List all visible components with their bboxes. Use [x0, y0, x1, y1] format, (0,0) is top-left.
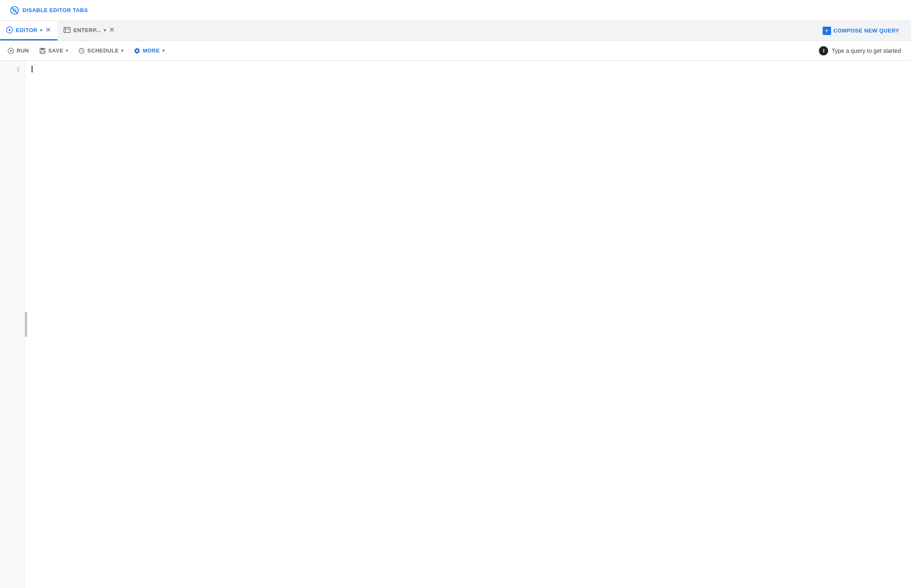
line-number-1: 1: [17, 66, 20, 74]
schedule-button[interactable]: SCHEDULE ▾: [74, 45, 128, 57]
line-numbers-gutter: 1: [0, 61, 25, 588]
tab-editor[interactable]: EDITOR ▾ ✕: [0, 21, 57, 40]
tabs-list: EDITOR ▾ ✕ ENTERP... ▾ ✕: [0, 21, 811, 40]
toolbar-info: i Type a query to get started: [819, 46, 908, 55]
disable-editor-tabs-label: DISABLE EDITOR TABS: [22, 7, 88, 13]
code-editor[interactable]: [25, 61, 911, 588]
more-label: MORE: [143, 47, 160, 54]
vertical-scrollbar[interactable]: [25, 312, 27, 337]
save-icon: [39, 47, 46, 54]
info-icon: i: [819, 46, 828, 55]
compose-new-query-button[interactable]: + COMPOSE NEW QUERY: [818, 23, 904, 38]
editor-area: 1: [0, 61, 911, 588]
toolbar-actions: RUN SAVE ▾ SCHEDULE ▾: [3, 45, 819, 57]
svg-line-1: [12, 7, 18, 13]
disable-editor-tabs-button[interactable]: DISABLE EDITOR TABS: [7, 4, 91, 17]
svg-marker-9: [10, 50, 12, 52]
run-label: RUN: [17, 47, 29, 54]
editor-tab-icon: [6, 26, 13, 34]
svg-point-4: [9, 29, 11, 31]
gear-icon: [134, 47, 140, 54]
disable-icon: [10, 6, 19, 15]
info-message: i Type a query to get started: [819, 46, 901, 55]
toolbar: RUN SAVE ▾ SCHEDULE ▾: [0, 41, 911, 61]
tabs-right: + COMPOSE NEW QUERY: [811, 21, 911, 40]
tabs-bar: EDITOR ▾ ✕ ENTERP... ▾ ✕ + COMPOSE NEW Q…: [0, 21, 911, 41]
text-cursor: [32, 66, 32, 72]
svg-rect-12: [41, 51, 44, 53]
tab-enterprise-label: ENTERP...: [73, 27, 101, 33]
info-message-text: Type a query to get started: [831, 47, 901, 54]
save-label: SAVE: [48, 47, 63, 54]
run-button[interactable]: RUN: [3, 45, 33, 57]
schedule-arrow-icon: ▾: [121, 48, 124, 53]
save-button[interactable]: SAVE ▾: [35, 45, 72, 57]
tab-editor-label: EDITOR: [16, 27, 37, 33]
schedule-icon: [78, 47, 85, 54]
run-icon: [7, 47, 14, 54]
compose-plus-icon: +: [823, 27, 831, 35]
schedule-label: SCHEDULE: [87, 47, 119, 54]
more-button[interactable]: MORE ▾: [130, 45, 169, 57]
more-arrow-icon: ▾: [162, 48, 165, 53]
tab-enterprise[interactable]: ENTERP... ▾ ✕: [57, 21, 121, 40]
svg-line-15: [82, 51, 83, 51]
tab-enterprise-arrow-icon: ▾: [104, 28, 106, 32]
svg-rect-5: [64, 27, 70, 32]
svg-rect-11: [41, 48, 44, 50]
save-arrow-icon: ▾: [66, 48, 68, 53]
cursor-line: [32, 66, 904, 72]
enterprise-tab-icon: [63, 26, 71, 34]
tab-editor-close-button[interactable]: ✕: [45, 26, 52, 34]
tab-enterprise-close-button[interactable]: ✕: [108, 26, 115, 34]
compose-new-query-label: COMPOSE NEW QUERY: [834, 27, 899, 34]
tab-editor-arrow-icon: ▾: [40, 28, 42, 32]
top-bar: DISABLE EDITOR TABS: [0, 0, 911, 21]
